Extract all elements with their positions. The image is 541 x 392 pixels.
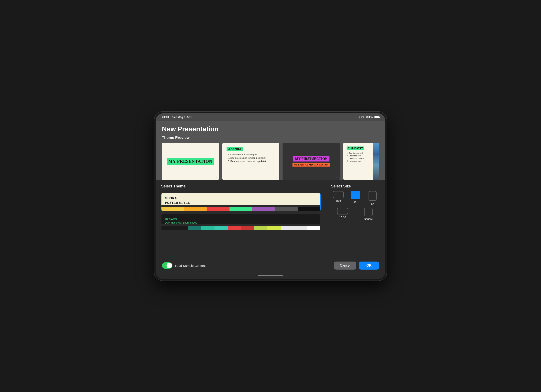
home-indicator-bar (156, 273, 385, 279)
footer-buttons: Cancel OK (334, 262, 379, 270)
date: Dienstag 6. Apr. (171, 116, 192, 119)
main-content: New Presentation Theme Preview My Presen… (156, 121, 385, 273)
theme-krakow-name: Krakow (165, 217, 317, 221)
load-sample-toggle[interactable] (162, 262, 172, 269)
size-label-169: 16:9 (336, 199, 341, 203)
battery-icon (375, 116, 379, 118)
select-theme-title: Select Theme (161, 184, 321, 188)
status-right: ⦿ 100 % (356, 116, 379, 119)
slide-2-list: Consectetur adipiscing elit Sed do eiusm… (227, 153, 275, 163)
size-option-1610[interactable]: 16:10 (331, 208, 354, 221)
slide-4-image (373, 143, 379, 180)
time: 20:13 (162, 116, 169, 119)
theme-krakow-subtitle: Dark Titles with Bright Slides (165, 221, 317, 224)
slide-2-number: ○○ (275, 176, 278, 178)
size-option-43[interactable]: 4:3 (348, 191, 363, 205)
size-option-square[interactable]: Square (357, 208, 380, 221)
home-indicator (258, 275, 283, 276)
slide-preview-2[interactable]: Agenda Consectetur adipiscing elit Sed d… (222, 143, 279, 180)
top-section: New Presentation Theme Preview My Presen… (156, 121, 385, 180)
size-box-square (364, 208, 373, 216)
theme-3[interactable]: — (161, 233, 321, 246)
status-left: 20:13 Dienstag 6. Apr. (162, 116, 192, 119)
toggle-knob (166, 263, 172, 268)
slide-1-number: ○ (216, 176, 217, 178)
slide-3-subtitle: Ut enim ad minima veniam (292, 163, 330, 167)
ok-button[interactable]: OK (359, 262, 379, 270)
size-label-34: 3:4 (371, 202, 375, 205)
theme-krakow-colors (161, 226, 320, 230)
theme-preview-label: Theme Preview (162, 136, 379, 140)
size-grid-bottom: 16:10 Square (331, 208, 380, 221)
status-bar: 20:13 Dienstag 6. Apr. ⦿ 100 % (156, 113, 385, 121)
bottom-section: Select Theme VieiraPoster Style (156, 180, 385, 258)
size-panel: Select Size 16:9 4:3 (326, 180, 385, 258)
size-box-169 (333, 191, 344, 198)
slide-4-title: Cupidatat (347, 147, 364, 150)
battery-text: 100 % (366, 116, 373, 119)
size-option-169[interactable]: 16:9 (331, 191, 346, 205)
toggle-row: Load Sample Content (162, 262, 206, 269)
page-title: New Presentation (162, 125, 379, 133)
signal-icon (356, 116, 359, 118)
size-label-square: Square (364, 217, 373, 221)
size-label-1610: 16:10 (339, 216, 346, 219)
wifi-icon: ⦿ (361, 116, 364, 119)
select-size-title: Select Size (331, 184, 380, 188)
cancel-button[interactable]: Cancel (334, 262, 356, 270)
device-frame: 20:13 Dienstag 6. Apr. ⦿ 100 % New Prese… (154, 112, 387, 280)
theme-3-name: — (165, 236, 168, 239)
slide-preview-1[interactable]: My Presentation ○ (162, 143, 219, 180)
slide-preview-4[interactable]: Cupidatat ☰ Sed do eiusmod ☰ Duis aute i… (343, 143, 379, 180)
slide-3-number: ○○ (336, 176, 338, 178)
theme-krakow[interactable]: Krakow Dark Titles with Bright Slides (161, 214, 321, 230)
size-box-1610 (337, 208, 348, 214)
footer-bar: Load Sample Content Cancel OK (156, 258, 385, 273)
slide-3-title: My First Section (293, 156, 330, 162)
theme-vieira-name: VieiraPoster Style (165, 196, 317, 205)
slide-preview-3[interactable]: My First Section Ut enim ad minima venia… (283, 143, 340, 180)
size-label-43: 4:3 (354, 200, 357, 204)
theme-panel: Select Theme VieiraPoster Style (156, 180, 326, 258)
slide-1-title: My Presentation (167, 158, 214, 165)
slide-2-title: Agenda (227, 147, 243, 151)
size-box-43 (351, 191, 360, 199)
toggle-label: Load Sample Content (175, 264, 206, 267)
theme-vieira-colors (161, 207, 320, 211)
theme-vieira[interactable]: VieiraPoster Style (161, 193, 321, 211)
slide-previews: My Presentation ○ Agenda Consectetur adi… (162, 143, 379, 180)
size-box-34 (369, 191, 377, 201)
size-grid-top: 16:9 4:3 3:4 (331, 191, 380, 205)
size-option-34[interactable]: 3:4 (365, 191, 380, 205)
